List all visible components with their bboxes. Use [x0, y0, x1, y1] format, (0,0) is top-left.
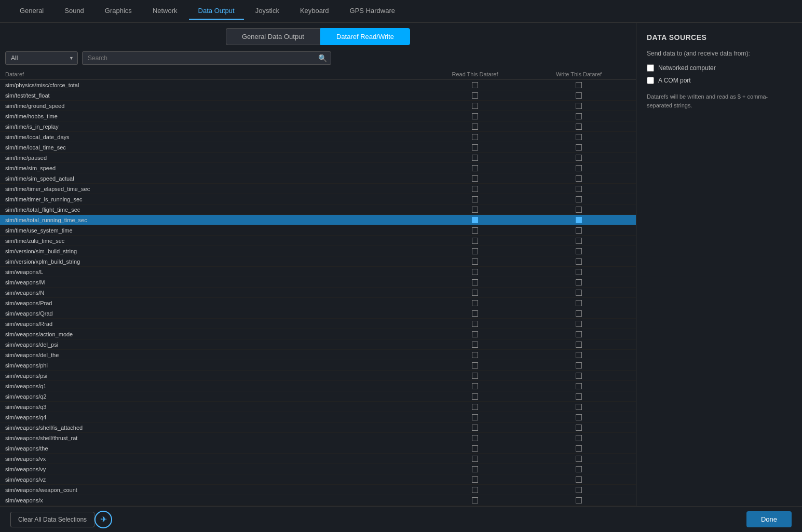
write-checkbox[interactable] — [576, 196, 582, 202]
table-row[interactable]: sim/weapons/shell/is_attached — [0, 422, 636, 433]
write-checkbox[interactable] — [576, 383, 582, 389]
read-checkbox[interactable] — [472, 373, 478, 379]
table-row[interactable]: sim/version/xplm_build_string — [0, 256, 636, 267]
read-checkbox[interactable] — [472, 476, 478, 483]
write-checkbox[interactable] — [576, 186, 582, 192]
read-checkbox[interactable] — [472, 92, 478, 99]
tab-graphics[interactable]: Graphics — [96, 3, 141, 20]
table-row[interactable]: sim/weapons/M — [0, 277, 636, 288]
read-checkbox[interactable] — [472, 186, 478, 192]
write-checkbox[interactable] — [576, 238, 582, 244]
read-checkbox[interactable] — [472, 258, 478, 265]
table-row[interactable]: sim/time/paused — [0, 153, 636, 163]
read-checkbox[interactable] — [472, 352, 478, 358]
write-checkbox[interactable] — [576, 258, 582, 265]
table-row[interactable]: sim/weapons/Qrad — [0, 308, 636, 319]
table-row[interactable]: sim/weapons/L — [0, 267, 636, 277]
tab-data-output[interactable]: Data Output — [189, 3, 244, 20]
write-checkbox[interactable] — [576, 103, 582, 109]
write-checkbox[interactable] — [576, 124, 582, 130]
read-checkbox[interactable] — [472, 321, 478, 327]
table-row[interactable]: sim/weapons/q2 — [0, 391, 636, 402]
table-row[interactable]: sim/weapons/N — [0, 288, 636, 298]
read-checkbox[interactable] — [472, 248, 478, 254]
write-checkbox[interactable] — [576, 92, 582, 99]
write-checkbox[interactable] — [576, 456, 582, 462]
read-checkbox[interactable] — [472, 103, 478, 109]
write-checkbox[interactable] — [576, 269, 582, 275]
table-row[interactable]: sim/weapons/weapon_count — [0, 485, 636, 495]
search-input[interactable] — [82, 51, 331, 65]
read-checkbox[interactable] — [472, 279, 478, 285]
read-checkbox[interactable] — [472, 196, 478, 202]
read-checkbox[interactable] — [472, 331, 478, 337]
read-checkbox[interactable] — [472, 155, 478, 161]
write-checkbox[interactable] — [576, 373, 582, 379]
table-row[interactable]: sim/time/total_running_time_sec — [0, 215, 636, 225]
table-row[interactable]: sim/time/use_system_time — [0, 225, 636, 236]
table-row[interactable]: sim/weapons/q3 — [0, 402, 636, 412]
write-checkbox[interactable] — [576, 497, 582, 503]
read-checkbox[interactable] — [472, 435, 478, 441]
read-checkbox[interactable] — [472, 342, 478, 348]
read-checkbox[interactable] — [472, 124, 478, 130]
write-checkbox[interactable] — [576, 342, 582, 348]
networked-computer-label[interactable]: Networked computer — [658, 64, 716, 72]
write-checkbox[interactable] — [576, 393, 582, 400]
read-checkbox[interactable] — [472, 207, 478, 213]
write-checkbox[interactable] — [576, 113, 582, 119]
read-checkbox[interactable] — [472, 175, 478, 182]
read-checkbox[interactable] — [472, 393, 478, 400]
read-checkbox[interactable] — [472, 383, 478, 389]
table-row[interactable]: sim/weapons/Rrad — [0, 319, 636, 329]
read-checkbox[interactable] — [472, 456, 478, 462]
read-checkbox[interactable] — [472, 310, 478, 317]
table-row[interactable]: sim/weapons/Prad — [0, 298, 636, 308]
read-checkbox[interactable] — [472, 497, 478, 503]
com-port-checkbox[interactable] — [647, 77, 654, 84]
table-row[interactable]: sim/physics/misc/cforce_total — [0, 80, 636, 90]
write-checkbox[interactable] — [576, 300, 582, 306]
write-checkbox[interactable] — [576, 487, 582, 493]
read-checkbox[interactable] — [472, 425, 478, 431]
table-row[interactable]: sim/weapons/q4 — [0, 412, 636, 422]
table-row[interactable]: sim/test/test_float — [0, 90, 636, 101]
table-row[interactable]: sim/weapons/psi — [0, 371, 636, 381]
write-checkbox[interactable] — [576, 207, 582, 213]
table-row[interactable]: sim/time/local_time_sec — [0, 142, 636, 153]
write-checkbox[interactable] — [576, 404, 582, 410]
read-checkbox[interactable] — [472, 404, 478, 410]
table-row[interactable]: sim/weapons/q1 — [0, 381, 636, 391]
read-checkbox[interactable] — [472, 487, 478, 493]
read-checkbox[interactable] — [472, 290, 478, 296]
read-checkbox[interactable] — [472, 362, 478, 369]
read-checkbox[interactable] — [472, 217, 478, 223]
table-row[interactable]: sim/weapons/shell/thrust_rat — [0, 433, 636, 443]
write-checkbox[interactable] — [576, 476, 582, 483]
table-row[interactable]: sim/weapons/vx — [0, 454, 636, 464]
table-row[interactable]: sim/time/local_date_days — [0, 132, 636, 142]
table-row[interactable]: sim/weapons/phi — [0, 360, 636, 371]
write-checkbox[interactable] — [576, 321, 582, 327]
write-checkbox[interactable] — [576, 352, 582, 358]
networked-computer-checkbox[interactable] — [647, 64, 654, 72]
write-checkbox[interactable] — [576, 134, 582, 140]
write-checkbox[interactable] — [576, 227, 582, 234]
tab-keyboard[interactable]: Keyboard — [291, 3, 338, 20]
write-checkbox[interactable] — [576, 466, 582, 472]
write-checkbox[interactable] — [576, 82, 582, 88]
table-row[interactable]: sim/time/zulu_time_sec — [0, 236, 636, 246]
table-row[interactable]: sim/weapons/x — [0, 495, 636, 506]
table-row[interactable]: sim/time/sim_speed_actual — [0, 173, 636, 184]
write-checkbox[interactable] — [576, 445, 582, 452]
com-port-label[interactable]: A COM port — [658, 77, 691, 84]
read-checkbox[interactable] — [472, 300, 478, 306]
write-checkbox[interactable] — [576, 414, 582, 420]
table-row[interactable]: sim/version/sim_build_string — [0, 246, 636, 256]
write-checkbox[interactable] — [576, 175, 582, 182]
write-checkbox[interactable] — [576, 362, 582, 369]
tab-general[interactable]: General — [10, 3, 53, 20]
table-row[interactable]: sim/weapons/del_the — [0, 350, 636, 360]
table-row[interactable]: sim/weapons/vy — [0, 464, 636, 474]
tab-gps-hardware[interactable]: GPS Hardware — [341, 3, 404, 20]
